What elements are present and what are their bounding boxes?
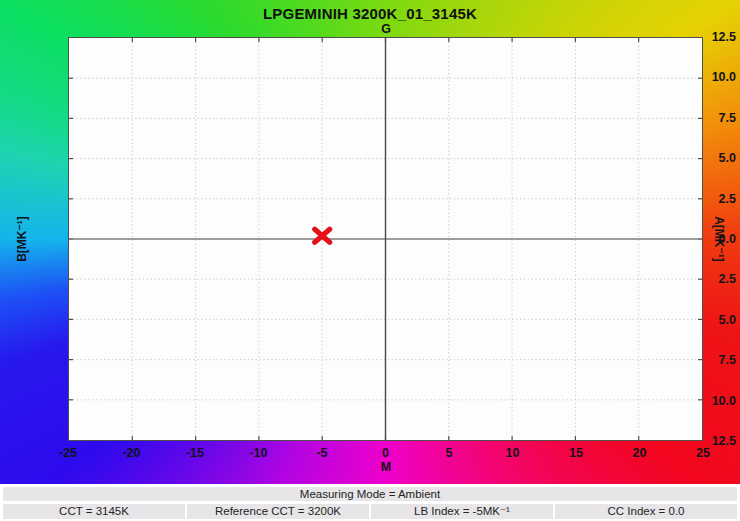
y-tick-label: 12.5 [676,30,740,44]
plot-grid [69,38,702,440]
x-tick-label: 20 [633,446,647,460]
chart-title: LPGEMINIH 3200K_01_3145K [0,5,740,22]
status-row: CCT = 3145KReference CCT = 3200KLB Index… [3,504,737,519]
top-axis-label-g: G [381,22,391,36]
status-cell: LB Index = -5MK⁻¹ [371,504,553,519]
y-tick-label: 7.5 [676,111,740,125]
y-tick-label: 7.5 [676,353,740,367]
x-tick-label: 15 [569,446,583,460]
x-tick-label: -20 [122,446,140,460]
x-tick-label: 10 [506,446,520,460]
y-tick-label: 10.0 [676,70,740,84]
plot-area [68,37,703,441]
status-cell: CCT = 3145K [3,504,185,519]
y-tick-label: 5.0 [676,151,740,165]
x-tick-label: -10 [249,446,267,460]
status-cell: CC Index = 0.0 [555,504,737,519]
status-cell: Reference CCT = 3200K [187,504,369,519]
y-tick-label: 2.5 [676,192,740,206]
left-axis-title: B[MK⁻¹] [15,216,29,262]
bottom-axis-label-m: M [381,460,391,474]
y-tick-label: 10.0 [676,394,740,408]
x-tick-label: 5 [446,446,453,460]
x-tick-label: 0 [382,446,389,460]
x-tick-label: -25 [59,446,77,460]
x-tick-label: -5 [316,446,327,460]
color-meter-screen: LPGEMINIH 3200K_01_3145K G 12.510.07.55.… [0,0,740,521]
y-tick-label: 2.5 [676,272,740,286]
right-axis-title: A[MK⁻¹] [712,216,726,262]
x-tick-label: 25 [696,446,710,460]
y-tick-label: 0.0 [676,232,740,246]
measuring-mode-bar: Measuring Mode = Ambient [3,487,737,501]
y-tick-label: 5.0 [676,313,740,327]
x-tick-label: -15 [186,446,204,460]
